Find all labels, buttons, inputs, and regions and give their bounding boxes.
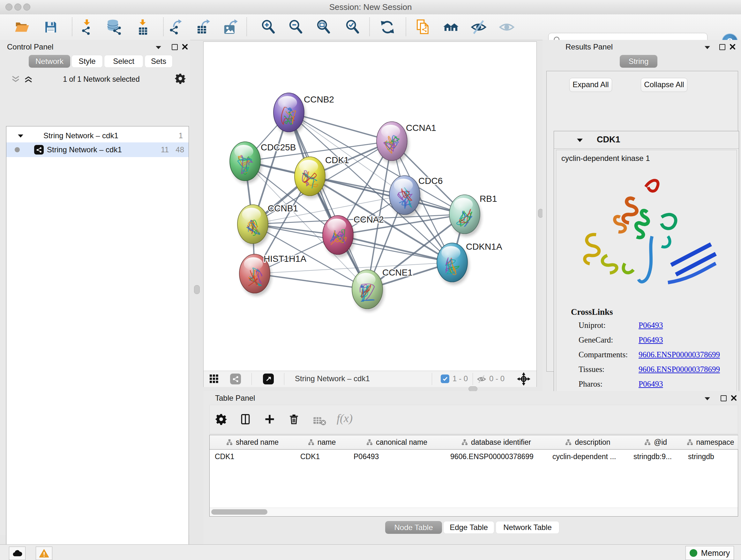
- table-horizontal-scrollbar[interactable]: [210, 508, 738, 516]
- column-header--id[interactable]: @id: [628, 435, 683, 449]
- panel-collapse-icon[interactable]: [704, 397, 710, 401]
- panel-close-icon[interactable]: [730, 44, 736, 50]
- column-header-shared-name[interactable]: shared name: [210, 435, 295, 449]
- vertical-splitter-handle[interactable]: [194, 285, 200, 294]
- table-row[interactable]: CDK1CDK1P064939606.ENSP00000378699cyclin…: [210, 449, 738, 463]
- table-options-gear-icon[interactable]: [215, 414, 227, 425]
- import-table-button[interactable]: [133, 17, 152, 37]
- network-node-ccne1[interactable]: [352, 270, 384, 312]
- apply-layout-button[interactable]: [378, 17, 397, 37]
- memory-status-dot: [690, 549, 697, 557]
- crosslink-link[interactable]: 9606.ENSP00000378699: [638, 350, 720, 359]
- column-header-canonical-name[interactable]: canonical name: [348, 435, 446, 449]
- delete-column-icon[interactable]: [288, 414, 300, 425]
- crosslink-link[interactable]: P06493: [638, 335, 663, 345]
- expand-all-networks-icon[interactable]: [24, 76, 32, 83]
- horizontal-splitter-handle[interactable]: [468, 386, 477, 391]
- hide-selected-button[interactable]: [469, 17, 488, 37]
- tree-expand-icon[interactable]: [18, 134, 23, 138]
- pan-crosshair-icon[interactable]: [517, 372, 530, 386]
- first-neighbors-button[interactable]: [442, 17, 460, 37]
- column-header-name[interactable]: name: [295, 435, 349, 449]
- warnings-button[interactable]: [36, 547, 52, 560]
- panel-collapse-icon[interactable]: [704, 46, 710, 50]
- network-node-ccna1[interactable]: [377, 122, 409, 164]
- toolbar-divider: [473, 373, 473, 385]
- panel-float-icon[interactable]: [719, 44, 725, 50]
- zoom-fit-icon: [316, 19, 331, 35]
- protein-structure-image: [566, 169, 725, 303]
- column-header-namespace[interactable]: namespace: [683, 435, 738, 449]
- network-node-ccna2[interactable]: [323, 215, 355, 257]
- network-graph[interactable]: CCNB2CCNA1CDC25BCDK1CDC6RB1CCNB1CCNA2CDK…: [204, 42, 536, 371]
- collapse-all-button[interactable]: Collapse All: [641, 78, 687, 92]
- gene-section-header[interactable]: CDK1: [554, 131, 739, 149]
- cloud-status-button[interactable]: [9, 547, 25, 560]
- column-header-database-identifier[interactable]: database identifier: [445, 435, 548, 449]
- zoom-in-button[interactable]: [259, 17, 278, 37]
- tab-node-table[interactable]: Node Table: [385, 521, 442, 534]
- duplicate-network-button[interactable]: [414, 17, 432, 37]
- network-view[interactable]: CCNB2CCNA1CDC25BCDK1CDC6RB1CCNB1CCNA2CDK…: [203, 42, 537, 387]
- export-network-button[interactable]: [167, 17, 185, 37]
- column-header-description[interactable]: description: [547, 435, 629, 449]
- network-share-badge[interactable]: [230, 374, 241, 384]
- network-options-gear-icon[interactable]: [175, 73, 186, 84]
- panel-close-icon[interactable]: [182, 44, 188, 50]
- tab-sets[interactable]: Sets: [145, 55, 173, 68]
- show-all-button[interactable]: [497, 17, 516, 37]
- network-node-rb1[interactable]: [449, 195, 482, 237]
- column-header-label: shared name: [236, 438, 279, 447]
- network-node-ccnb2[interactable]: [273, 93, 306, 135]
- memory-button[interactable]: Memory: [685, 546, 734, 560]
- crosslink-row: Tissues:9606.ENSP00000378699: [556, 365, 737, 380]
- node-label-ccna1: CCNA1: [406, 123, 436, 133]
- network-node-cdk1[interactable]: [294, 157, 327, 199]
- crosslink-link[interactable]: P06493: [638, 321, 663, 330]
- tab-style[interactable]: Style: [71, 55, 103, 68]
- node-table: shared namenamecanonical namedatabase id…: [209, 435, 738, 516]
- section-collapse-icon[interactable]: [577, 138, 583, 142]
- tab-select[interactable]: Select: [104, 55, 143, 68]
- add-column-icon[interactable]: [264, 414, 275, 425]
- tab-network-table[interactable]: Network Table: [495, 521, 559, 534]
- export-image-button[interactable]: [222, 17, 241, 37]
- selected-checkbox-icon[interactable]: [441, 374, 449, 383]
- collapse-all-networks-icon[interactable]: [11, 76, 20, 83]
- panel-close-icon[interactable]: [731, 395, 737, 401]
- open-session-button[interactable]: [13, 17, 31, 37]
- network-collection-row[interactable]: String Network – cdk1 1: [6, 129, 189, 142]
- table-cell: CDK1: [295, 449, 348, 463]
- column-header-label: description: [575, 438, 610, 447]
- network-row-selected[interactable]: String Network – cdk1 11 48: [6, 142, 189, 157]
- control-panel-tabs: NetworkStyleSelectSets: [0, 55, 190, 68]
- import-network-from-database-button[interactable]: [105, 17, 123, 37]
- tab-network[interactable]: Network: [29, 55, 70, 68]
- network-node-cdkn1a[interactable]: [437, 243, 469, 285]
- gene-name: CDK1: [597, 135, 620, 145]
- import-network-button[interactable]: [77, 17, 96, 37]
- panel-float-icon[interactable]: [721, 395, 727, 401]
- crosslink-link[interactable]: P06493: [638, 380, 663, 388]
- export-table-button[interactable]: [194, 17, 213, 37]
- panel-collapse-icon[interactable]: [156, 46, 161, 50]
- node-label-ccnb2: CCNB2: [304, 95, 334, 105]
- grid-view-icon[interactable]: [210, 374, 219, 383]
- network-node-ccnb1[interactable]: [238, 205, 270, 246]
- memory-label: Memory: [701, 549, 730, 558]
- panel-float-icon[interactable]: [172, 44, 178, 50]
- expand-all-button[interactable]: Expand All: [569, 78, 612, 92]
- show-columns-icon[interactable]: [240, 414, 251, 425]
- tab-string[interactable]: String: [620, 55, 657, 68]
- zoom-fit-button[interactable]: [314, 17, 333, 37]
- network-node-cdc6[interactable]: [389, 176, 421, 217]
- zoom-out-button[interactable]: [286, 17, 305, 37]
- save-icon: [43, 19, 58, 35]
- crosslink-link[interactable]: 9606.ENSP00000378699: [638, 365, 720, 374]
- zoom-selected-button[interactable]: [343, 17, 362, 37]
- scrollbar-thumb[interactable]: [211, 509, 267, 515]
- save-session-button[interactable]: [42, 17, 60, 37]
- hierarchy-icon: [366, 439, 373, 445]
- birds-eye-view-icon[interactable]: [263, 374, 274, 384]
- tab-edge-table[interactable]: Edge Table: [443, 521, 494, 534]
